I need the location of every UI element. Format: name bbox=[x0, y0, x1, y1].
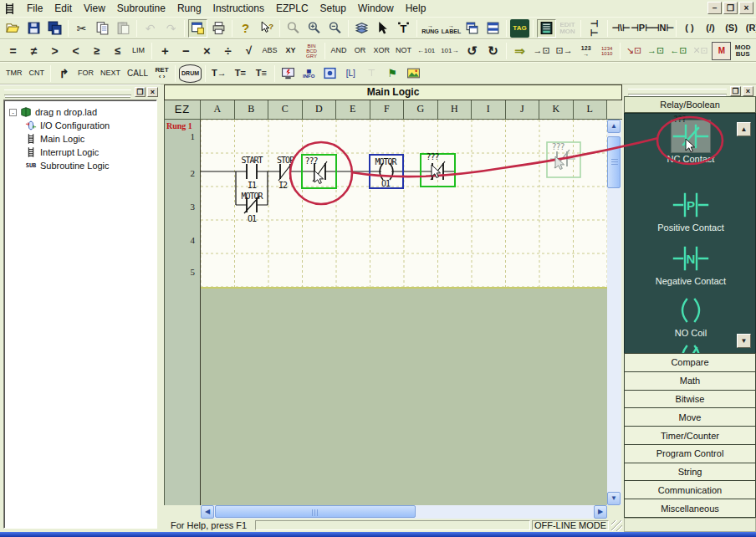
scroll-left-button[interactable]: ◀ bbox=[201, 505, 214, 519]
coil-address-o1[interactable]: O1 bbox=[369, 179, 402, 188]
category-compare[interactable]: Compare bbox=[624, 353, 756, 372]
xor-button[interactable]: XOR bbox=[371, 42, 391, 60]
category-communication[interactable]: Communication bbox=[624, 480, 756, 499]
contact-address-i1[interactable]: I1 bbox=[235, 181, 268, 190]
scroll-down-button[interactable]: ▼ bbox=[607, 492, 621, 505]
panel-grip[interactable] bbox=[628, 89, 727, 95]
greater-button[interactable]: > bbox=[45, 42, 64, 60]
contact-address-o1-seal[interactable]: O1 bbox=[235, 214, 268, 223]
counter-button[interactable]: CNT bbox=[27, 64, 48, 83]
category-move[interactable]: Move bbox=[624, 407, 756, 427]
dropped-contact-tag-1[interactable]: ??? bbox=[294, 156, 328, 166]
palette-item-no-coil[interactable]: NO Coil bbox=[625, 294, 756, 338]
scroll-up-button[interactable]: ▲ bbox=[607, 120, 621, 133]
modbus-button[interactable]: MOD BUS bbox=[733, 42, 753, 60]
category-bitwise[interactable]: Bitwise bbox=[624, 390, 756, 409]
export-image-button[interactable] bbox=[404, 64, 423, 83]
move-in-button[interactable]: →⊡ bbox=[531, 42, 552, 60]
zoom-out-button[interactable] bbox=[325, 19, 345, 38]
split-window-button[interactable] bbox=[483, 19, 503, 38]
project-window-button[interactable] bbox=[188, 19, 207, 38]
save-button[interactable] bbox=[24, 19, 43, 38]
menu-edit[interactable]: Edit bbox=[49, 1, 78, 16]
goto-flag-button[interactable]: ⚑ bbox=[383, 64, 402, 83]
ladder-editor-button[interactable] bbox=[537, 19, 556, 38]
tree-item-subroutine-logic[interactable]: SUBSubroutine Logic bbox=[6, 159, 155, 172]
multiply-button[interactable]: × bbox=[197, 42, 217, 60]
move-out-button[interactable]: ⊡→ bbox=[554, 42, 575, 60]
menu-ezplc[interactable]: EZPLC bbox=[270, 1, 314, 16]
dropped-contact-tag-2[interactable]: ??? bbox=[416, 152, 449, 161]
menu-rung[interactable]: Rung bbox=[171, 1, 207, 16]
panel-grip[interactable] bbox=[4, 90, 131, 95]
tree-expander-icon[interactable]: - bbox=[9, 109, 17, 116]
timer-button[interactable]: TMR bbox=[3, 64, 25, 83]
absolute-button[interactable]: ABS bbox=[260, 42, 279, 60]
resize-grip[interactable] bbox=[611, 520, 622, 531]
negative-contact-button[interactable]: ⊣N⊢ bbox=[653, 19, 672, 38]
float-panel-button[interactable]: ❐ bbox=[730, 86, 741, 96]
palette-scroll-down-button[interactable]: ▼ bbox=[737, 334, 751, 348]
context-help-button[interactable]: ? bbox=[257, 19, 276, 38]
close-button[interactable]: × bbox=[739, 2, 753, 14]
subtract-button[interactable]: − bbox=[176, 42, 196, 60]
minimize-button[interactable]: – bbox=[707, 2, 722, 14]
tree-item-main-logic[interactable]: Main Logic bbox=[6, 132, 155, 146]
tree-item-drag-n-drop-lad[interactable]: -drag n drop.lad bbox=[6, 105, 155, 119]
contact-label-start[interactable]: START bbox=[235, 156, 268, 165]
and-button[interactable]: AND bbox=[329, 42, 349, 60]
category-miscellaneous[interactable]: Miscellaneous bbox=[624, 499, 756, 518]
palette-scroll-up-button[interactable]: ▲ bbox=[737, 122, 751, 136]
menu-help[interactable]: Help bbox=[400, 1, 432, 16]
menu-file[interactable]: File bbox=[21, 1, 49, 16]
save-all-button[interactable] bbox=[45, 19, 64, 38]
jump-button[interactable]: ↱ bbox=[54, 64, 74, 83]
dropped-contact-tag-3[interactable]: ??? bbox=[541, 142, 575, 151]
category-string[interactable]: String bbox=[624, 463, 756, 482]
memory-map-button[interactable]: M bbox=[712, 42, 731, 60]
next-button[interactable]: NEXT bbox=[98, 64, 123, 83]
menu-setup[interactable]: Setup bbox=[314, 1, 352, 16]
close-panel-button[interactable]: × bbox=[147, 87, 158, 97]
palette-titlebar[interactable]: ❐× bbox=[624, 84, 756, 96]
greater-equal-button[interactable]: ≥ bbox=[87, 42, 106, 60]
get-register-button[interactable]: ←⊡ bbox=[668, 42, 689, 60]
monitor-button[interactable] bbox=[278, 64, 298, 83]
add-button[interactable]: + bbox=[156, 42, 175, 60]
power-button[interactable]: XY bbox=[281, 42, 300, 60]
shift-left-button[interactable]: ←101 bbox=[416, 42, 437, 60]
category-math[interactable]: Math bbox=[624, 371, 756, 391]
contact-address-i2[interactable]: I2 bbox=[266, 181, 299, 190]
horizontal-scrollbar[interactable]: ◀ ▶ bbox=[201, 505, 607, 519]
less-button[interactable]: < bbox=[66, 42, 85, 60]
not-equal-button[interactable]: ≠ bbox=[24, 42, 43, 60]
info-button[interactable]: ▦ INFO bbox=[299, 64, 319, 83]
nc-coil-button[interactable]: (/) bbox=[701, 19, 720, 38]
move-constant-button[interactable]: 123 → bbox=[576, 42, 595, 60]
vertical-scroll-thumb[interactable] bbox=[607, 136, 621, 188]
insert-label-button[interactable]: → LABEL bbox=[442, 19, 461, 38]
coil-label-motor[interactable]: MOTOR bbox=[369, 157, 402, 166]
canvas-background[interactable] bbox=[201, 287, 607, 505]
print-button[interactable] bbox=[209, 19, 228, 38]
limit-button[interactable]: LIM bbox=[129, 42, 148, 60]
text-tool-button[interactable]: T bbox=[394, 19, 413, 38]
horizontal-scroll-thumb[interactable] bbox=[215, 505, 416, 518]
text-move-button[interactable]: T→ bbox=[209, 64, 229, 83]
palette-item-negative-contact[interactable]: NNegative Contact bbox=[625, 243, 756, 286]
tree-item-interrupt-logic[interactable]: Interrupt Logic bbox=[6, 146, 155, 159]
insert-rung-button[interactable]: → RUNG bbox=[421, 19, 440, 38]
menu-subroutine[interactable]: Subroutine bbox=[111, 1, 171, 16]
record-button[interactable] bbox=[320, 64, 340, 83]
close-panel-button[interactable]: × bbox=[743, 86, 753, 96]
help-button[interactable]: ? bbox=[236, 19, 255, 38]
square-root-button[interactable]: √ bbox=[239, 42, 258, 60]
text-compare-button[interactable]: T= bbox=[231, 64, 250, 83]
watch-window-button[interactable]: [L] bbox=[341, 64, 360, 83]
copy-register-button[interactable]: ↘⊡ bbox=[624, 42, 643, 60]
open-button[interactable] bbox=[3, 19, 23, 38]
or-button[interactable]: OR bbox=[350, 42, 370, 60]
contact-label-motor-seal[interactable]: MOTOR bbox=[235, 192, 268, 201]
tag-database-button[interactable]: TAG bbox=[510, 19, 529, 38]
cut-button[interactable]: ✂ bbox=[72, 19, 91, 38]
